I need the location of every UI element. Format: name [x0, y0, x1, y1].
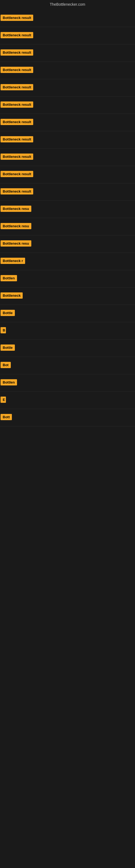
bottleneck-badge[interactable]: Bottleneck result: [1, 119, 33, 125]
result-row: Bottleneck result: [0, 44, 135, 62]
result-row: Bottleneck result: [0, 79, 135, 97]
bottleneck-badge[interactable]: E: [1, 397, 6, 403]
bottleneck-badge[interactable]: Bottleneck resu: [1, 240, 31, 247]
site-header: TheBottlenecker.com: [0, 0, 135, 10]
result-row: Bott: [0, 409, 135, 426]
bottleneck-badge[interactable]: Bottleneck result: [1, 32, 33, 38]
bottleneck-badge[interactable]: B: [1, 327, 6, 333]
results-list: Bottleneck resultBottleneck resultBottle…: [0, 10, 135, 426]
bottleneck-badge[interactable]: Bottlen: [1, 379, 17, 385]
result-row: Bottlen: [0, 374, 135, 392]
bottleneck-badge[interactable]: Bottleneck result: [1, 171, 33, 177]
result-row: Bottleneck: [0, 287, 135, 305]
result-row: E: [0, 392, 135, 409]
result-row: Bottleneck resu: [0, 218, 135, 236]
bottleneck-badge[interactable]: Bottle: [1, 344, 15, 351]
result-row: Bottleneck result: [0, 166, 135, 183]
bottleneck-badge[interactable]: Bottleneck resu: [1, 223, 31, 229]
result-row: Bottleneck result: [0, 97, 135, 114]
bottleneck-badge[interactable]: Bott: [1, 414, 12, 420]
bottleneck-badge[interactable]: Bottlen: [1, 275, 17, 281]
bottleneck-badge[interactable]: Bottleneck r: [1, 258, 25, 264]
result-row: Bottleneck result: [0, 62, 135, 79]
bottleneck-badge[interactable]: Bottleneck result: [1, 67, 33, 73]
result-row: B: [0, 322, 135, 340]
result-row: Bottleneck result: [0, 183, 135, 201]
bottleneck-badge[interactable]: Bottleneck result: [1, 154, 33, 160]
bottleneck-badge[interactable]: Bottleneck result: [1, 101, 33, 108]
bottleneck-badge[interactable]: Bottleneck result: [1, 136, 33, 143]
bottleneck-badge[interactable]: Bottleneck result: [1, 84, 33, 90]
site-title: TheBottlenecker.com: [50, 2, 85, 6]
bottleneck-badge[interactable]: Bottleneck result: [1, 50, 33, 56]
bottleneck-badge[interactable]: Bottleneck result: [1, 14, 33, 21]
result-row: Bottleneck r: [0, 253, 135, 270]
result-row: Bot: [0, 357, 135, 374]
result-row: Bottleneck result: [0, 10, 135, 27]
result-row: Bottleneck result: [0, 131, 135, 149]
bottleneck-badge[interactable]: Bottleneck resu: [1, 206, 31, 212]
result-row: Bottleneck result: [0, 114, 135, 131]
result-row: Bottle: [0, 340, 135, 357]
result-row: Bottle: [0, 305, 135, 322]
bottleneck-badge[interactable]: Bottle: [1, 310, 15, 316]
result-row: Bottlen: [0, 270, 135, 287]
result-row: Bottleneck result: [0, 149, 135, 166]
bottleneck-badge[interactable]: Bot: [1, 362, 11, 368]
result-row: Bottleneck resu: [0, 236, 135, 253]
result-row: Bottleneck result: [0, 27, 135, 44]
bottleneck-badge[interactable]: Bottleneck result: [1, 188, 33, 194]
bottleneck-badge[interactable]: Bottleneck: [1, 292, 23, 299]
result-row: Bottleneck resu: [0, 201, 135, 218]
